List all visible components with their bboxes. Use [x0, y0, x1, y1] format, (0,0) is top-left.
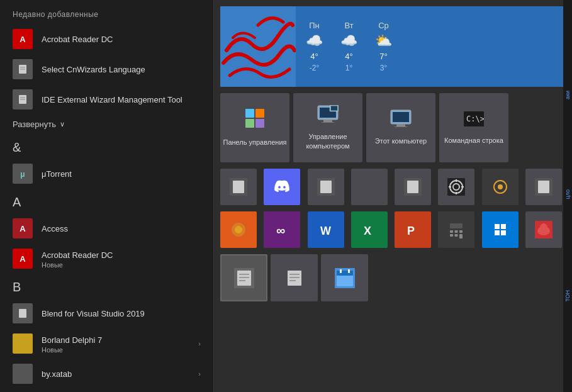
- cloud-icon: ☁️: [306, 33, 323, 49]
- letter-divider-b: B: [0, 274, 213, 298]
- app-name: by.xatab: [42, 369, 72, 379]
- temp-high: 7°: [379, 52, 387, 61]
- svg-rect-33: [396, 124, 405, 126]
- control-panel-icon: [245, 108, 265, 133]
- acrobat-icon: A: [13, 249, 33, 269]
- small-tile-generic4[interactable]: [525, 169, 562, 205]
- weather-day-tue: Вт ☁️ 4° 1°: [340, 21, 357, 72]
- weather-day-wed: Ср ⛅ 7° 3°: [375, 21, 392, 72]
- tile-label: Управление компьютером: [293, 132, 362, 150]
- tile-this-computer[interactable]: Этот компьютер: [366, 93, 435, 162]
- chevron-right-icon: ›: [198, 370, 201, 378]
- app-item-byxatab[interactable]: by.xatab ›: [0, 359, 213, 389]
- medium-tile-generic[interactable]: [271, 254, 318, 301]
- tile-command-prompt[interactable]: C:\>_ Командная строка: [439, 93, 508, 162]
- svg-rect-22: [255, 109, 264, 118]
- svg-rect-40: [320, 181, 332, 193]
- generic-icon: [13, 364, 33, 384]
- app-name: IDE External Wizard Management Tool: [42, 95, 182, 104]
- app-item-access[interactable]: A Access: [0, 213, 213, 244]
- svg-text:∞: ∞: [276, 223, 285, 237]
- app-item-blend[interactable]: Blend for Visual Studio 2019: [0, 298, 213, 328]
- side-label-2: цло: [564, 189, 571, 199]
- svg-rect-75: [501, 224, 506, 229]
- svg-text:A: A: [20, 254, 26, 264]
- app-item-acrobat-a[interactable]: A Acrobat Reader DC Новые: [0, 244, 213, 274]
- day-name: Ср: [378, 21, 389, 30]
- app-item-borland[interactable]: Borland Delphi 7 Новые ›: [0, 328, 213, 359]
- app-item-ide-wizard[interactable]: IDE External Wizard Management Tool: [0, 84, 213, 115]
- weather-widget[interactable]: Пн ☁️ 4° -2° Вт ☁️ 4° 1° Ср ⛅ 7° 3°: [220, 6, 566, 87]
- small-tile-settings-wheel[interactable]: [438, 169, 474, 205]
- tile-computer-management[interactable]: Управление компьютером: [293, 93, 362, 162]
- temp-high: 4°: [310, 52, 318, 61]
- app-name: Acrobat Reader DC: [42, 35, 113, 44]
- small-tile-generic2[interactable]: [308, 169, 344, 205]
- medium-tile-selected[interactable]: [220, 254, 267, 301]
- svg-rect-74: [495, 224, 500, 229]
- generic-icon: [13, 89, 33, 109]
- small-tile-discord[interactable]: [264, 169, 300, 205]
- app-name: Acrobat Reader DC: [42, 250, 113, 260]
- cloud-icon: ☁️: [340, 33, 357, 49]
- svg-rect-76: [495, 230, 500, 235]
- app-item-utorrent[interactable]: μ μTorrent: [0, 159, 213, 189]
- svg-rect-94: [340, 269, 342, 273]
- app-badge: Новые: [42, 346, 198, 354]
- letter-divider-a: A: [0, 189, 213, 213]
- partly-cloudy-icon: ⛅: [375, 33, 392, 49]
- svg-rect-70: [450, 234, 453, 237]
- svg-rect-69: [459, 230, 463, 233]
- small-tile-generic1[interactable]: [220, 169, 257, 205]
- app-badge: Новые: [42, 261, 113, 269]
- svg-rect-17: [19, 309, 26, 318]
- svg-rect-95: [348, 269, 350, 273]
- small-tile-steelseries[interactable]: [482, 169, 519, 205]
- small-tile-word[interactable]: W: [308, 211, 344, 248]
- app-name: Borland Delphi 7: [42, 335, 102, 345]
- svg-rect-21: [245, 109, 254, 118]
- temp-high: 4°: [345, 52, 352, 61]
- svg-rect-67: [450, 230, 453, 233]
- small-tile-game[interactable]: [525, 211, 562, 248]
- recently-added-title: Недавно добавленные: [0, 0, 213, 24]
- svg-point-56: [235, 226, 242, 233]
- medium-tile-calendar[interactable]: [321, 254, 368, 301]
- app-name: μTorrent: [42, 169, 72, 179]
- svg-rect-38: [233, 181, 244, 193]
- day-name: Вт: [344, 21, 353, 30]
- svg-rect-93: [337, 271, 353, 276]
- app-item-acrobat-recent[interactable]: A Acrobat Reader DC: [0, 24, 213, 54]
- acrobat-icon: A: [13, 29, 33, 49]
- svg-text:W: W: [320, 225, 331, 237]
- svg-rect-68: [455, 230, 458, 233]
- side-label-1: аки: [564, 91, 571, 99]
- app-name: Access: [42, 224, 68, 233]
- expand-button[interactable]: Развернуть ∨: [0, 115, 213, 134]
- tile-label: Командная строка: [444, 136, 503, 145]
- borland-icon: [13, 333, 33, 354]
- svg-rect-72: [459, 234, 463, 238]
- small-tile-generic3[interactable]: [395, 169, 431, 205]
- small-tile-empty[interactable]: [351, 169, 388, 205]
- svg-point-80: [540, 223, 547, 231]
- small-tile-windows-store[interactable]: [482, 211, 519, 248]
- tile-label: Этот компьютер: [375, 137, 427, 145]
- small-tile-visual-studio[interactable]: ∞: [264, 211, 300, 248]
- tile-control-panel[interactable]: Панель управления: [220, 93, 289, 162]
- tile-label: Панель управления: [223, 138, 286, 147]
- app-item-cnwizards[interactable]: Select CnWizards Language: [0, 54, 213, 84]
- svg-rect-32: [393, 112, 409, 122]
- svg-text:A: A: [20, 35, 26, 44]
- svg-point-52: [498, 184, 503, 189]
- small-tile-firefox[interactable]: [220, 211, 257, 248]
- svg-rect-71: [455, 234, 458, 237]
- temp-low: 1°: [345, 64, 352, 72]
- small-tile-excel[interactable]: X: [351, 211, 388, 248]
- weather-day-mon: Пн ☁️ 4° -2°: [306, 21, 323, 72]
- svg-text:μ: μ: [20, 170, 25, 179]
- small-tile-powerpoint[interactable]: P: [395, 211, 431, 248]
- small-tile-calculator[interactable]: [438, 211, 474, 248]
- svg-rect-87: [288, 271, 301, 286]
- utorrent-icon: μ: [13, 164, 33, 184]
